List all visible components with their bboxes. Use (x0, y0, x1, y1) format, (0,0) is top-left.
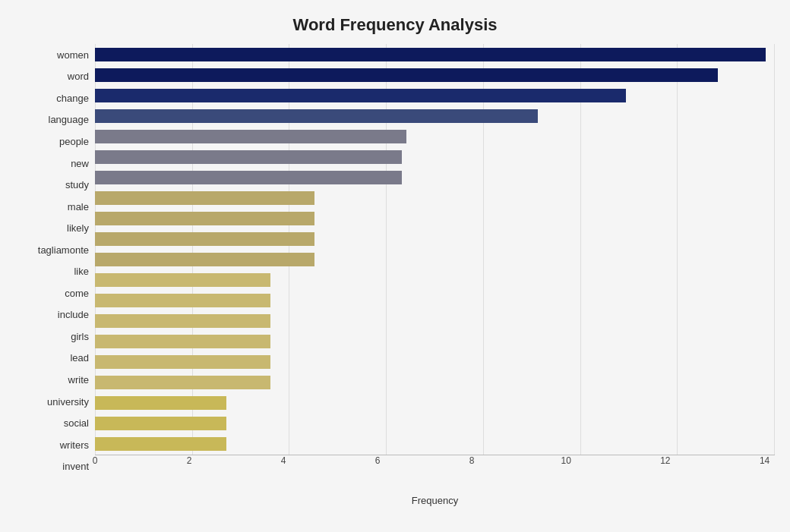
bar-row (95, 231, 775, 247)
y-labels: womenwordchangelanguagepeoplenewstudymal… (15, 44, 95, 477)
chart-area: womenwordchangelanguagepeoplenewstudymal… (15, 44, 775, 477)
bar-row (95, 169, 775, 186)
y-label: people (59, 137, 89, 146)
y-label: lead (70, 353, 89, 363)
y-label: girls (71, 332, 89, 342)
bar (95, 294, 270, 307)
bar-row (95, 313, 775, 329)
bar (95, 232, 314, 246)
bar (95, 109, 538, 123)
y-label: word (68, 71, 89, 81)
bar-row (95, 251, 775, 268)
bar-row (95, 415, 775, 432)
y-label: tagliamonte (38, 245, 89, 255)
bar (95, 273, 270, 287)
bar-row (95, 67, 775, 83)
y-label: write (68, 375, 89, 385)
y-label: study (65, 180, 89, 190)
bar-row (95, 272, 775, 288)
y-label: like (74, 266, 89, 276)
bar (95, 376, 270, 389)
bar (95, 130, 406, 143)
bar-row (95, 292, 775, 309)
bar (95, 314, 270, 328)
bar (95, 437, 226, 451)
bar-row (95, 149, 775, 165)
bar (95, 68, 718, 82)
y-label: social (64, 418, 89, 428)
bar (95, 191, 314, 205)
bar-row (95, 108, 775, 124)
bar-row (95, 333, 775, 350)
bar (95, 171, 402, 184)
y-label: change (56, 93, 89, 103)
bar-row (95, 436, 775, 452)
bar (95, 48, 766, 61)
y-label: likely (67, 223, 89, 233)
bar-row (95, 354, 775, 370)
bar (95, 253, 314, 266)
x-axis-label: Frequency (412, 495, 458, 506)
y-label: include (58, 310, 89, 320)
y-label: language (49, 115, 90, 124)
bars-wrapper (95, 44, 775, 477)
bar (95, 335, 270, 348)
bar (95, 417, 226, 430)
bar-row (95, 190, 775, 206)
y-label: come (65, 288, 89, 298)
bar (95, 89, 626, 102)
bars-and-grid: 02468101214Frequency (95, 44, 775, 477)
y-label: women (57, 50, 89, 60)
y-label: writers (60, 440, 89, 450)
bar (95, 212, 314, 225)
y-label: male (68, 202, 89, 212)
bar (95, 150, 402, 164)
chart-title: Word Frequency Analysis (15, 15, 775, 35)
y-label: invent (62, 461, 89, 471)
bar (95, 355, 270, 369)
bar-row (95, 46, 775, 63)
bar-row (95, 210, 775, 227)
bar-row (95, 395, 775, 411)
y-label: university (47, 397, 89, 407)
bar-row (95, 128, 775, 145)
y-label: new (71, 159, 89, 168)
bar-row (95, 87, 775, 104)
chart-container: Word Frequency Analysis womenwordchangel… (0, 0, 790, 532)
bar (95, 396, 226, 410)
bar-row (95, 374, 775, 391)
